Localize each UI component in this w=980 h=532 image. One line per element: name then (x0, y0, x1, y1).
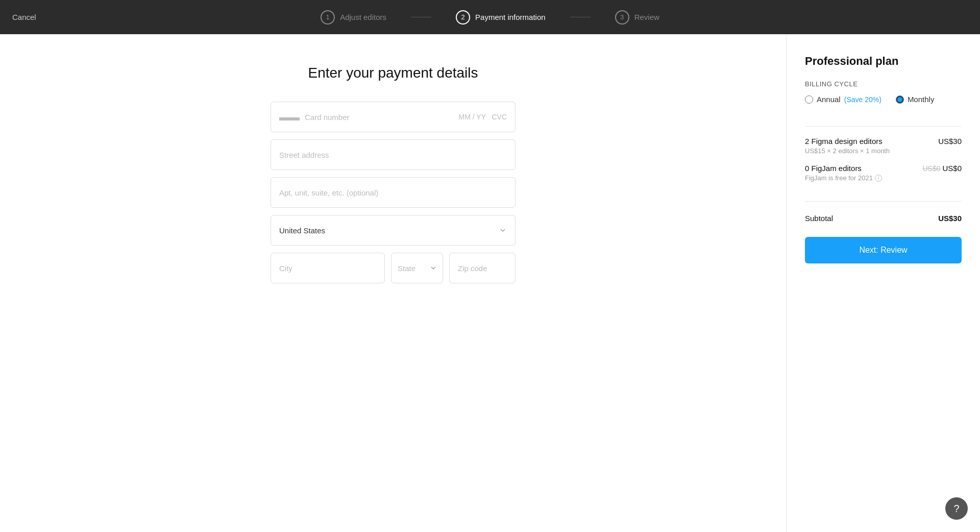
annual-label: Annual (817, 95, 841, 104)
annual-option[interactable]: Annual (Save 20%) (805, 95, 881, 104)
figjam-name: 0 FigJam editors (805, 164, 882, 173)
monthly-label: Monthly (908, 95, 935, 104)
city-zip-row: State (271, 253, 516, 283)
help-button[interactable]: ? (945, 497, 968, 520)
step-2: 2 Payment information (456, 10, 546, 25)
country-select[interactable]: United States (271, 215, 516, 246)
city-input[interactable] (271, 253, 385, 283)
step-3-circle: 3 (615, 10, 629, 25)
cancel-button[interactable]: Cancel (12, 13, 36, 21)
step-1: 1 Adjust editors (321, 10, 386, 25)
billing-options: Annual (Save 20%) Monthly (805, 95, 962, 104)
figjam-info-icon[interactable]: i (875, 175, 882, 182)
monthly-radio[interactable] (896, 95, 904, 104)
annual-radio[interactable] (805, 95, 813, 104)
card-input-row: ▬▬ MM / YY CVC (271, 102, 516, 132)
figjam-price-strike: US$0 (922, 164, 940, 173)
step-2-label: Payment information (475, 13, 546, 21)
form-title: Enter your payment details (308, 65, 478, 81)
subtotal-amount: US$30 (938, 214, 962, 223)
payment-form: ▬▬ MM / YY CVC United States State (271, 102, 516, 283)
figjam-line-item: 0 FigJam editors FigJam is free for 2021… (805, 164, 962, 182)
billing-cycle-label: Billing cycle (805, 80, 962, 88)
plan-title: Professional plan (805, 55, 962, 68)
zip-input[interactable] (449, 253, 516, 283)
subtotal-row: Subtotal US$30 (805, 212, 962, 223)
form-area: Enter your payment details ▬▬ MM / YY CV… (0, 34, 786, 532)
step-separator-2 (570, 17, 591, 17)
figjam-note: FigJam is free for 2021 i (805, 174, 882, 182)
main-layout: Enter your payment details ▬▬ MM / YY CV… (0, 34, 980, 532)
monthly-option[interactable]: Monthly (896, 95, 935, 104)
step-separator-1 (411, 17, 431, 17)
card-number-input[interactable] (305, 113, 454, 122)
steps: 1 Adjust editors 2 Payment information 3… (321, 10, 659, 25)
next-review-button[interactable]: Next: Review (805, 237, 962, 263)
editors-sub: US$15 × 2 editors × 1 month (805, 147, 890, 155)
card-icon: ▬▬ (279, 111, 300, 123)
editors-line-item: 2 Figma design editors US$15 × 2 editors… (805, 137, 962, 155)
divider-2 (805, 201, 962, 202)
state-select[interactable]: State (391, 253, 443, 283)
step-1-label: Adjust editors (340, 13, 386, 21)
editors-price: US$30 (938, 137, 962, 146)
divider-1 (805, 126, 962, 127)
topbar: Cancel 1 Adjust editors 2 Payment inform… (0, 0, 980, 34)
step-3-label: Review (634, 13, 659, 21)
step-1-circle: 1 (321, 10, 335, 25)
step-3: 3 Review (615, 10, 659, 25)
street-address-input[interactable] (271, 139, 516, 170)
right-panel: Professional plan Billing cycle Annual (… (786, 34, 980, 532)
figjam-price: US$0US$0 (922, 164, 962, 173)
save-badge: (Save 20%) (844, 95, 881, 104)
step-2-circle: 2 (456, 10, 470, 25)
card-expiry-label: MM / YY CVC (459, 113, 507, 121)
apt-input[interactable] (271, 177, 516, 208)
editors-name: 2 Figma design editors (805, 137, 890, 146)
subtotal-label: Subtotal (805, 214, 833, 223)
